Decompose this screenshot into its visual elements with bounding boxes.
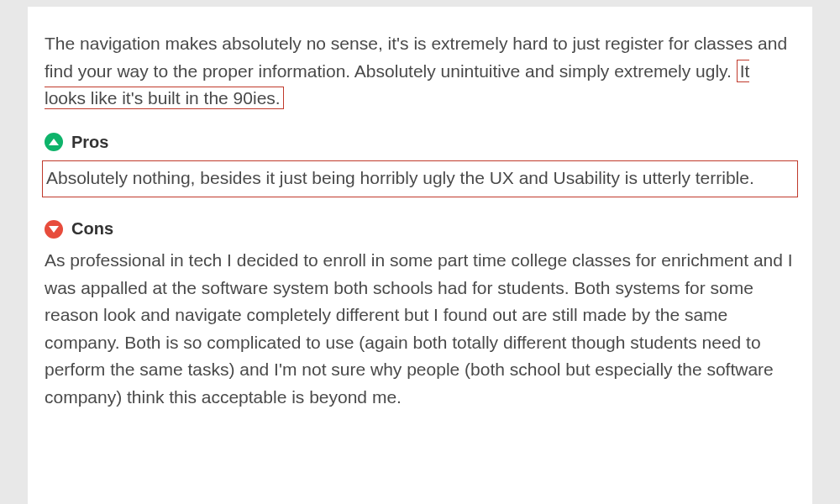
review-card: The navigation makes absolutely no sense… [28, 7, 812, 504]
triangle-up-icon [49, 139, 59, 145]
pros-body: Absolutely nothing, besides it just bein… [42, 160, 798, 198]
intro-text-main: The navigation makes absolutely no sense… [45, 34, 787, 81]
intro-text: The navigation makes absolutely no sense… [45, 30, 795, 113]
cons-heading-label: Cons [71, 219, 113, 239]
pros-heading: Pros [45, 133, 795, 152]
pros-up-icon [45, 133, 63, 151]
cons-body: As professional in tech I decided to enr… [45, 247, 795, 411]
pros-heading-label: Pros [71, 133, 108, 152]
cons-heading: Cons [45, 219, 795, 239]
triangle-down-icon [49, 226, 59, 233]
cons-down-icon [45, 220, 63, 239]
